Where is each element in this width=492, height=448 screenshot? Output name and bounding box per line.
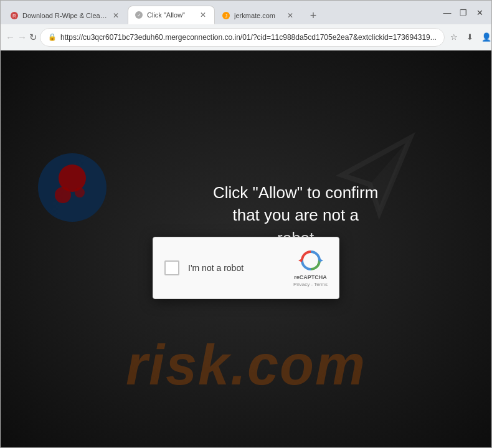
recaptcha-card: I'm not a robot reCAPTCHA xyxy=(153,237,339,299)
top-chrome: R Download R-Wipe & Clean 20... ✕ ✓ Clic… xyxy=(1,1,491,24)
svg-marker-11 xyxy=(298,259,302,262)
back-button[interactable]: ← xyxy=(6,29,15,46)
minimize-button[interactable]: — xyxy=(439,6,455,19)
tab2-title: Click "Allow" xyxy=(147,11,194,19)
recaptcha-logo-icon xyxy=(298,248,323,273)
recaptcha-left: I'm not a robot xyxy=(164,260,244,275)
recaptcha-label: I'm not a robot xyxy=(188,263,244,273)
restore-button[interactable]: ❐ xyxy=(455,6,471,19)
tab-click-allow[interactable]: ✓ Click "Allow" ✕ xyxy=(128,6,215,24)
recaptcha-terms-link[interactable]: Terms xyxy=(314,282,328,287)
tab1-title: Download R-Wipe & Clean 20... xyxy=(22,12,107,19)
bookmark-star-icon[interactable]: ☆ xyxy=(447,31,461,44)
download-icon[interactable]: ⬇ xyxy=(463,31,477,44)
tabs-area: R Download R-Wipe & Clean 20... ✕ ✓ Clic… xyxy=(1,1,435,24)
address-bar[interactable]: 🔒 https://cu3qcr6071bc73eduh60.mergeconn… xyxy=(40,28,445,47)
recaptcha-links: Privacy - Terms xyxy=(293,282,328,287)
tab3-favicon: J xyxy=(222,11,230,20)
svg-text:R: R xyxy=(12,13,16,19)
refresh-button[interactable]: ↻ xyxy=(29,29,37,46)
recaptcha-brand-label: reCAPTCHA xyxy=(294,274,327,281)
lock-icon: 🔒 xyxy=(48,33,57,41)
svg-text:J: J xyxy=(225,13,227,19)
tab-jerkmate[interactable]: J jerkmate.com ✕ xyxy=(215,6,302,24)
address-bar-row: ← → ↻ 🔒 https://cu3qcr6071bc73eduh60.mer… xyxy=(1,24,491,50)
page-content: Click "Allow" to confirm that you are no… xyxy=(1,50,491,447)
svg-marker-10 xyxy=(319,259,323,262)
recaptcha-right: reCAPTCHA Privacy - Terms xyxy=(293,248,328,288)
main-text-line1: Click "Allow" to confirm xyxy=(213,183,379,202)
main-text-line2: that you are not a xyxy=(232,206,358,224)
recaptcha-privacy-link[interactable]: Privacy xyxy=(293,282,310,287)
new-tab-button[interactable]: + xyxy=(305,7,322,24)
tab3-title: jerkmate.com xyxy=(234,12,281,19)
address-bar-icons: ☆ ⬇ 👤 xyxy=(447,31,492,44)
tab2-close-button[interactable]: ✕ xyxy=(198,10,208,20)
recaptcha-checkbox[interactable] xyxy=(164,260,179,275)
tab1-favicon: R xyxy=(10,11,19,20)
browser-window: R Download R-Wipe & Clean 20... ✕ ✓ Clic… xyxy=(0,0,492,448)
svg-point-9 xyxy=(75,188,85,198)
profile-icon[interactable]: 👤 xyxy=(480,31,492,44)
window-controls: — ❐ ✕ xyxy=(435,1,491,24)
tab2-favicon: ✓ xyxy=(135,11,143,19)
close-window-button[interactable]: ✕ xyxy=(471,6,488,19)
url-text: https://cu3qcr6071bc73eduh60.mergeconnec… xyxy=(60,33,437,42)
tab3-close-button[interactable]: ✕ xyxy=(285,11,295,21)
tab-download[interactable]: R Download R-Wipe & Clean 20... ✕ xyxy=(3,6,128,24)
svg-text:✓: ✓ xyxy=(137,12,141,18)
tab1-close-button[interactable]: ✕ xyxy=(111,11,121,21)
watermark-text: risk.com xyxy=(126,333,366,398)
circle-logo xyxy=(35,150,110,225)
forward-button[interactable]: → xyxy=(17,29,27,46)
svg-point-8 xyxy=(55,187,71,203)
